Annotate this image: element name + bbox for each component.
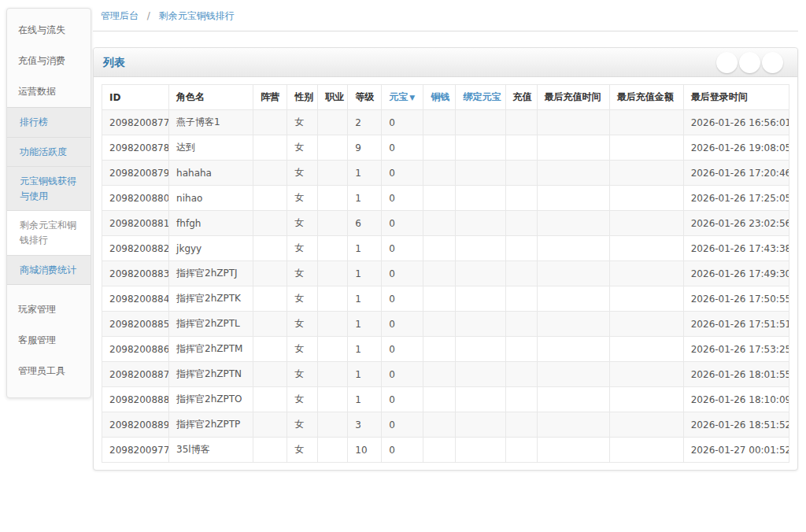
sidebar-item[interactable]: 在线与流失 (7, 15, 91, 46)
table-cell (456, 438, 505, 463)
table-cell: 0 (382, 261, 423, 286)
table-cell (318, 236, 348, 261)
table-cell: 0 (382, 110, 423, 135)
column-header[interactable]: 性别 (287, 85, 318, 110)
table-cell (505, 135, 537, 161)
table-cell (318, 438, 348, 463)
table-row: 2098200881fhfgh女602026-01-26 23:02:56 (102, 211, 789, 236)
table-cell (609, 211, 683, 236)
sidebar-item[interactable]: 充值与消费 (7, 46, 91, 76)
table-cell: 指挥官2hZPTJ (169, 261, 253, 286)
sidebar-subitem[interactable]: 剩余元宝和铜钱排行 (7, 211, 91, 255)
panel-circle-button[interactable] (716, 52, 738, 73)
table-row: 2098200877燕子博客1女202026-01-26 16:56:01 (102, 110, 789, 135)
table-cell (505, 110, 537, 135)
sidebar-item[interactable]: 客服管理 (7, 325, 91, 356)
table-cell (318, 387, 348, 412)
column-header[interactable]: 铜钱 (423, 85, 456, 110)
sidebar-subitem[interactable]: 商城消费统计 (7, 256, 91, 285)
table-cell: 1 (348, 236, 382, 261)
column-header[interactable]: 职业 (318, 85, 348, 110)
table-cell (537, 110, 609, 135)
table-cell: 女 (287, 286, 318, 312)
sidebar-item[interactable]: 玩家管理 (7, 294, 91, 325)
table-cell: 2098200977 (102, 438, 169, 463)
sidebar-submenu: 排行榜功能活跃度元宝铜钱获得与使用剩余元宝和铜钱排行商城消费统计 (7, 107, 91, 285)
table-cell (318, 337, 348, 362)
column-header[interactable]: 最后登录时间 (683, 85, 789, 110)
table-cell (318, 362, 348, 387)
column-header[interactable]: 等级 (348, 85, 382, 110)
table-cell (609, 412, 683, 438)
sidebar-item[interactable]: 管理员工具 (7, 356, 91, 386)
table-cell (505, 337, 537, 362)
table-cell: 2026-01-26 18:51:52 (683, 412, 789, 438)
table-cell (609, 387, 683, 412)
panel-header-buttons (716, 52, 783, 73)
table-cell (253, 362, 287, 387)
breadcrumb-root-link[interactable]: 管理后台 (101, 10, 139, 21)
column-header[interactable]: 角色名 (169, 85, 253, 110)
table-cell (505, 186, 537, 211)
table-cell (505, 236, 537, 261)
table-cell (253, 337, 287, 362)
table-cell: 1 (348, 261, 382, 286)
table-cell (456, 387, 505, 412)
panel-header: 列表 (94, 48, 797, 77)
table-cell (456, 135, 505, 161)
table-cell: 女 (287, 135, 318, 161)
table-cell: 2 (348, 110, 382, 135)
table-cell: 女 (287, 438, 318, 463)
table-cell (609, 186, 683, 211)
table-cell: 6 (348, 211, 382, 236)
sidebar-item[interactable]: 运营数据 (7, 76, 91, 107)
table-cell (609, 362, 683, 387)
table-cell (423, 261, 456, 286)
table-cell (423, 286, 456, 312)
table-cell (253, 186, 287, 211)
sidebar-subitem[interactable]: 元宝铜钱获得与使用 (7, 167, 91, 211)
column-header[interactable]: 最后充值金额 (609, 85, 683, 110)
table-cell (318, 211, 348, 236)
table-cell: 指挥官2hZPTN (169, 362, 253, 387)
table-cell (253, 211, 287, 236)
table-cell (456, 236, 505, 261)
sidebar-subitem[interactable]: 排行榜 (7, 108, 91, 138)
panel-circle-button[interactable] (762, 52, 783, 73)
table-cell: 女 (287, 337, 318, 362)
table-cell: 女 (287, 362, 318, 387)
table-cell (423, 412, 456, 438)
table-cell: 35l博客 (169, 438, 253, 463)
table-cell (318, 186, 348, 211)
table-cell: 2098200884 (102, 286, 169, 312)
table-row: 2098200879hahaha女102026-01-26 17:20:46 (102, 161, 789, 186)
table-cell: 2098200877 (102, 110, 169, 135)
column-header[interactable]: 绑定元宝 (456, 85, 505, 110)
column-header[interactable]: 阵营 (253, 85, 287, 110)
table-cell (423, 110, 456, 135)
column-header[interactable]: 充值 (505, 85, 537, 110)
column-header[interactable]: 最后充值时间 (537, 85, 609, 110)
table-cell (253, 161, 287, 186)
table-cell (537, 312, 609, 337)
panel-circle-button[interactable] (739, 52, 760, 73)
table-cell: 10 (348, 438, 382, 463)
table-cell: hahaha (169, 161, 253, 186)
column-header[interactable]: 元宝▼ (382, 85, 423, 110)
table-cell: 3 (348, 412, 382, 438)
table-cell (318, 110, 348, 135)
table-cell: 2026-01-26 18:01:55 (683, 362, 789, 387)
table-cell (609, 161, 683, 186)
table-cell: 0 (382, 135, 423, 161)
table-cell (537, 286, 609, 312)
table-body: 2098200877燕子博客1女202026-01-26 16:56:01209… (102, 110, 789, 463)
breadcrumb-current-link[interactable]: 剩余元宝铜钱排行 (159, 10, 235, 21)
table-cell: 1 (348, 312, 382, 337)
table-cell (609, 438, 683, 463)
table-cell: 1 (348, 387, 382, 412)
table-cell: 0 (382, 236, 423, 261)
table-cell: 2026-01-26 17:43:38 (683, 236, 789, 261)
column-header[interactable]: ID (102, 85, 169, 110)
table-cell (423, 211, 456, 236)
sidebar-subitem[interactable]: 功能活跃度 (7, 138, 91, 168)
